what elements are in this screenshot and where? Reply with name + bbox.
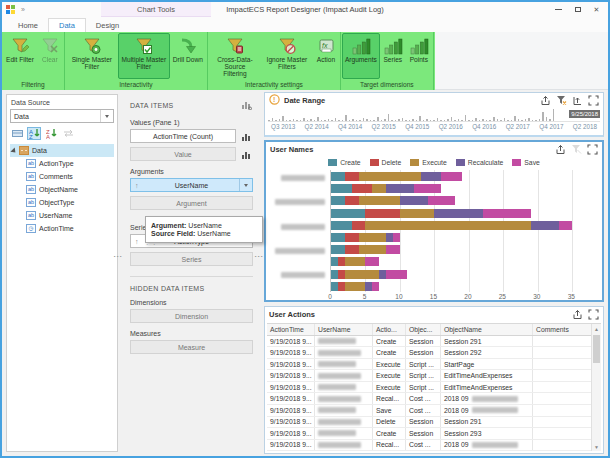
bar-segment-execute[interactable] [359,196,400,205]
bar-segment-save[interactable] [393,233,400,242]
scrollbar-thumb[interactable] [593,335,600,363]
bar-segment-recalculate[interactable] [400,196,428,205]
fields-view-icon[interactable] [10,127,24,140]
bar-segment-execute[interactable] [400,209,434,218]
bar-segment-save[interactable] [428,196,456,205]
argument-dropdown-chevron-icon[interactable] [239,179,252,191]
bar-segment-create[interactable] [331,233,345,242]
table-row[interactable]: 9/19/2018 9...CreateSessionSession 292 [267,347,591,359]
bar-segment-recalculate[interactable] [434,209,482,218]
bar-segment-delete[interactable] [365,209,399,218]
bar-segment-delete[interactable] [352,184,373,193]
export-icon[interactable] [540,95,551,106]
stacked-bar[interactable] [331,209,531,218]
column-header-3[interactable]: Objec... [406,324,441,335]
bar-segment-execute[interactable] [365,221,530,230]
table-row[interactable]: 9/19/2018 9...Recal...Cost ...2018 09 [267,440,591,451]
bar-segment-save[interactable] [386,245,400,254]
stacked-bar[interactable] [331,221,572,230]
bar-segment-save[interactable] [559,221,573,230]
edit-filter-button[interactable]: Edit Filter [3,33,37,79]
bar-segment-create[interactable] [331,172,345,181]
swap-icon[interactable] [61,127,75,140]
clear-filter-icon[interactable] [556,95,567,106]
multiple-master-filter-button[interactable]: Multiple Master Filter [118,33,170,79]
value-chart-type-icon[interactable] [239,129,253,143]
data-source-dropdown[interactable]: Data [10,109,114,123]
fit-icon[interactable] [572,95,583,106]
maximize-button[interactable] [568,2,587,17]
tree-field-actiontype[interactable]: abActionType [10,157,114,170]
bar-segment-recalculate[interactable] [365,282,372,291]
stacked-bar[interactable] [331,245,400,254]
bar-segment-execute[interactable] [345,282,366,291]
bar-segment-recalculate[interactable] [379,270,386,279]
dimension-placeholder[interactable]: Dimension [130,309,253,323]
tab-design[interactable]: Design [86,19,129,32]
bar-segment-delete[interactable] [345,245,359,254]
bar-segment-recalculate[interactable] [386,184,414,193]
bar-segment-delete[interactable] [345,172,359,181]
context-tab-chart-tools[interactable]: Chart Tools [101,2,211,17]
value-placeholder[interactable]: Value [130,147,236,161]
maximize-icon[interactable] [588,309,599,320]
tree-expander-icon[interactable] [10,147,17,154]
cross-data-source-filtering-button[interactable]: Cross-Data-Source Filtering [209,33,261,79]
bar-segment-save[interactable] [483,209,531,218]
tree-field-username[interactable]: abUserName [10,209,114,222]
measure-placeholder[interactable]: Measure [130,340,253,354]
tree-field-objecttype[interactable]: abObjectType [10,196,114,209]
bar-segment-create[interactable] [331,270,338,279]
bar-segment-execute[interactable] [345,270,379,279]
stacked-bar[interactable] [331,233,400,242]
bar-segment-recalculate[interactable] [386,233,393,242]
value-placeholder-chart-icon[interactable] [239,147,253,161]
series-placeholder[interactable]: Series [130,252,253,266]
column-header-4[interactable]: ObjectName [441,324,533,335]
table-row[interactable]: 9/19/2018 9...ExecuteScript ...EditTimeA… [267,370,591,382]
bar-segment-save[interactable] [386,270,407,279]
drill-down-button[interactable]: Drill Down [170,33,206,79]
tree-field-actiontime[interactable]: ◷ActionTime [10,222,114,235]
bar-segment-create[interactable] [331,196,345,205]
table-row[interactable]: 9/19/2018 9...Recal...Cost ...2018 09 [267,393,591,405]
series-button[interactable]: Series [380,33,406,79]
maximize-icon[interactable] [588,95,599,106]
table-row[interactable]: 9/19/2018 9...DeleteSessionSession 291 [267,417,591,429]
bar-segment-recalculate[interactable] [531,221,559,230]
tree-root-data[interactable]: Data [10,144,114,157]
ignore-master-filters-button[interactable]: Ignore Master Filters [261,33,313,79]
table-row[interactable]: 9/19/2018 9...ExecuteScript ...EditTimeA… [267,382,591,394]
stacked-bar[interactable] [331,184,441,193]
export-icon[interactable] [572,309,583,320]
bar-segment-create[interactable] [331,184,352,193]
bar-segment-delete[interactable] [338,282,345,291]
export-icon[interactable] [555,144,566,155]
value-item-actiontime-count[interactable]: ActionTime (Count) [130,129,236,143]
stacked-bar[interactable] [331,282,379,291]
bar-segment-execute[interactable] [345,257,366,266]
points-button[interactable]: Points [406,33,432,79]
bar-segment-create[interactable] [331,257,338,266]
bar-segment-save[interactable] [365,257,379,266]
clear-filter-button[interactable]: Clear [37,33,63,79]
tab-home[interactable]: Home [8,19,48,32]
scroll-up-icon[interactable]: ▲ [592,324,601,333]
sort-ascending-icon[interactable]: AZ [27,127,41,140]
stacked-bar[interactable] [331,196,455,205]
table-row[interactable]: 9/19/2018 9...ExecuteScript ...StartPage [267,359,591,371]
bar-segment-delete[interactable] [352,221,366,230]
bar-segment-save[interactable] [414,184,442,193]
tree-field-objectname[interactable]: abObjectName [10,183,114,196]
column-header-1[interactable]: UserName [315,324,373,335]
bar-segment-save[interactable] [441,172,462,181]
tab-data[interactable]: Data [48,18,86,32]
column-header-0[interactable]: ActionTime [267,324,315,335]
bar-segment-execute[interactable] [359,233,387,242]
bar-segment-create[interactable] [331,282,338,291]
chart-options-icon[interactable] [239,98,253,112]
bar-segment-recalculate[interactable] [421,172,442,181]
bar-segment-create[interactable] [331,209,365,218]
bar-segment-save[interactable] [372,282,379,291]
column-header-5[interactable]: Comments [533,324,591,335]
